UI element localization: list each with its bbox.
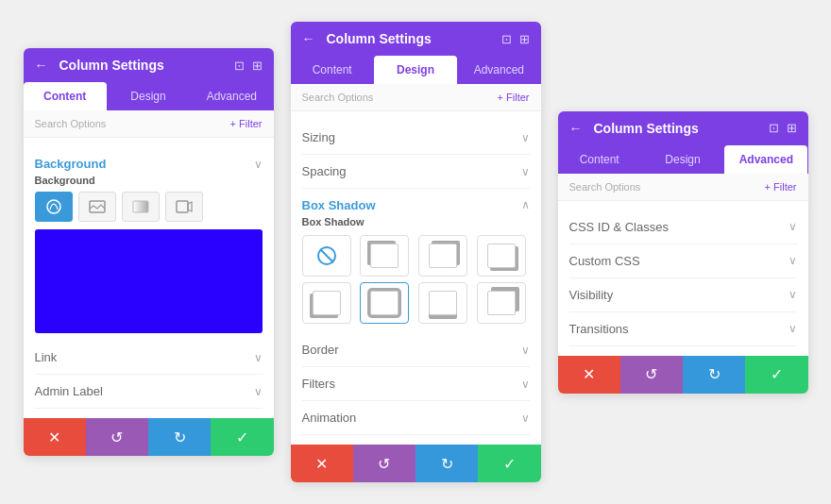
tab-design-1[interactable]: Design bbox=[107, 82, 190, 110]
filter-button-1[interactable]: + Filter bbox=[230, 118, 263, 129]
sizing-label: Sizing bbox=[302, 130, 335, 144]
bg-type-row bbox=[35, 192, 263, 222]
filter-button-3[interactable]: + Filter bbox=[765, 181, 797, 193]
cancel-button-3[interactable]: ✕ bbox=[558, 356, 620, 394]
panel-body-2: Sizing ∨ Spacing ∨ Box Shadow ∨ Box Shad… bbox=[291, 111, 541, 445]
css-id-chevron: ∨ bbox=[789, 220, 797, 233]
undo-button-1[interactable]: ↺ bbox=[86, 418, 148, 456]
tab-advanced-2[interactable]: Advanced bbox=[457, 56, 540, 84]
box-shadow-label: Box Shadow bbox=[302, 198, 376, 212]
background-label: Background bbox=[35, 157, 107, 171]
cancel-button-2[interactable]: ✕ bbox=[291, 445, 353, 482]
square-icon-2[interactable]: ⊡ bbox=[501, 32, 512, 46]
filters-chevron: ∨ bbox=[521, 378, 530, 391]
border-section-row[interactable]: Border ∨ bbox=[302, 333, 530, 367]
tab-design-2[interactable]: Design bbox=[374, 56, 457, 84]
video-icon bbox=[176, 200, 193, 213]
design-panel: ← Column Settings ⊡ ⊞ Content Design Adv… bbox=[291, 22, 541, 482]
back-arrow-3[interactable]: ← bbox=[569, 121, 583, 136]
shadow-top-left[interactable] bbox=[360, 235, 409, 277]
custom-css-chevron: ∨ bbox=[789, 254, 797, 267]
border-label: Border bbox=[302, 343, 339, 357]
back-arrow-2[interactable]: ← bbox=[302, 31, 315, 46]
redo-button-1[interactable]: ↻ bbox=[148, 418, 211, 456]
columns-icon-3[interactable]: ⊞ bbox=[787, 121, 797, 135]
shadow-none[interactable] bbox=[302, 235, 351, 277]
save-button-2[interactable]: ✓ bbox=[478, 445, 540, 482]
visibility-chevron: ∨ bbox=[789, 288, 797, 301]
visibility-section-row[interactable]: Visibility ∨ bbox=[569, 278, 797, 312]
header-icons-2: ⊡ ⊞ bbox=[501, 32, 530, 46]
tab-bar-1: Content Design Advanced bbox=[24, 82, 274, 110]
shadow-corner[interactable] bbox=[477, 282, 526, 324]
animation-label: Animation bbox=[302, 411, 357, 425]
panel-header-2: ← Column Settings ⊡ ⊞ bbox=[291, 22, 541, 56]
shadow-bottom[interactable] bbox=[418, 282, 467, 324]
content-panel: ← Column Settings ⊡ ⊞ Content Design Adv… bbox=[24, 48, 274, 456]
image-icon bbox=[89, 200, 106, 213]
spacing-label: Spacing bbox=[302, 164, 347, 178]
tab-advanced-3[interactable]: Advanced bbox=[724, 145, 807, 174]
bg-type-color[interactable] bbox=[35, 192, 73, 222]
color-preview-box[interactable] bbox=[35, 229, 263, 333]
header-icons-1: ⊡ ⊞ bbox=[234, 59, 263, 73]
animation-section-row[interactable]: Animation ∨ bbox=[302, 401, 530, 435]
filter-button-2[interactable]: + Filter bbox=[498, 92, 530, 103]
admin-label-section-row[interactable]: Admin Label ∨ bbox=[35, 375, 263, 409]
tab-design-3[interactable]: Design bbox=[641, 145, 724, 174]
sizing-section-row[interactable]: Sizing ∨ bbox=[302, 121, 530, 155]
search-placeholder-3: Search Options bbox=[569, 181, 765, 193]
custom-css-section-row[interactable]: Custom CSS ∨ bbox=[569, 244, 797, 278]
undo-button-2[interactable]: ↺ bbox=[353, 445, 416, 482]
columns-icon-2[interactable]: ⊞ bbox=[519, 32, 530, 46]
shadow-top-right[interactable] bbox=[418, 235, 467, 277]
tab-advanced-1[interactable]: Advanced bbox=[190, 82, 273, 110]
header-icons-3: ⊡ ⊞ bbox=[769, 121, 797, 135]
box-shadow-chevron: ∨ bbox=[521, 199, 530, 212]
search-placeholder-1: Search Options bbox=[35, 118, 230, 129]
link-chevron: ∨ bbox=[254, 351, 263, 364]
panel-header-3: ← Column Settings ⊡ ⊞ bbox=[558, 111, 808, 145]
columns-icon-1[interactable]: ⊞ bbox=[252, 59, 263, 73]
admin-label: Admin Label bbox=[35, 384, 103, 398]
bg-type-gradient[interactable] bbox=[122, 192, 160, 222]
panel-footer-2: ✕ ↺ ↻ ✓ bbox=[291, 445, 541, 482]
back-arrow-1[interactable]: ← bbox=[35, 58, 48, 73]
panel-title-1: Column Settings bbox=[59, 58, 227, 73]
link-label: Link bbox=[35, 350, 58, 364]
shadow-bottom-right[interactable] bbox=[477, 235, 526, 277]
redo-button-3[interactable]: ↻ bbox=[683, 356, 745, 394]
panel-header-1: ← Column Settings ⊡ ⊞ bbox=[24, 48, 274, 82]
search-bar-2: Search Options + Filter bbox=[291, 84, 541, 111]
css-id-section-row[interactable]: CSS ID & Classes ∨ bbox=[569, 210, 797, 244]
tab-bar-2: Content Design Advanced bbox=[291, 56, 541, 84]
square-icon-1[interactable]: ⊡ bbox=[234, 59, 245, 73]
bg-type-image[interactable] bbox=[78, 192, 116, 222]
save-button-1[interactable]: ✓ bbox=[211, 418, 273, 456]
cancel-button-1[interactable]: ✕ bbox=[24, 418, 86, 456]
box-shadow-sub-label: Box Shadow bbox=[302, 216, 530, 227]
no-shadow-icon bbox=[316, 245, 337, 266]
background-section-header[interactable]: Background ∨ bbox=[35, 147, 263, 175]
bg-type-video[interactable] bbox=[165, 192, 203, 222]
tab-content-1[interactable]: Content bbox=[24, 82, 107, 110]
panel-footer-1: ✕ ↺ ↻ ✓ bbox=[24, 418, 274, 456]
shadow-bottom-left[interactable] bbox=[302, 282, 351, 324]
redo-button-2[interactable]: ↻ bbox=[416, 445, 478, 482]
box-shadow-section-header[interactable]: Box Shadow ∨ bbox=[302, 189, 530, 216]
link-section-row[interactable]: Link ∨ bbox=[35, 341, 263, 375]
svg-point-0 bbox=[47, 200, 60, 213]
tab-content-3[interactable]: Content bbox=[558, 145, 641, 174]
transitions-section-row[interactable]: Transitions ∨ bbox=[569, 312, 797, 346]
undo-button-3[interactable]: ↺ bbox=[620, 356, 683, 394]
gradient-icon bbox=[132, 200, 149, 213]
save-button-3[interactable]: ✓ bbox=[745, 356, 807, 394]
square-icon-3[interactable]: ⊡ bbox=[769, 121, 779, 135]
shadow-all[interactable] bbox=[360, 282, 409, 324]
panel-title-2: Column Settings bbox=[327, 31, 494, 46]
spacing-section-row[interactable]: Spacing ∨ bbox=[302, 155, 530, 189]
svg-line-5 bbox=[320, 249, 333, 262]
filters-label: Filters bbox=[302, 377, 335, 391]
tab-content-2[interactable]: Content bbox=[291, 56, 374, 84]
filters-section-row[interactable]: Filters ∨ bbox=[302, 367, 530, 401]
